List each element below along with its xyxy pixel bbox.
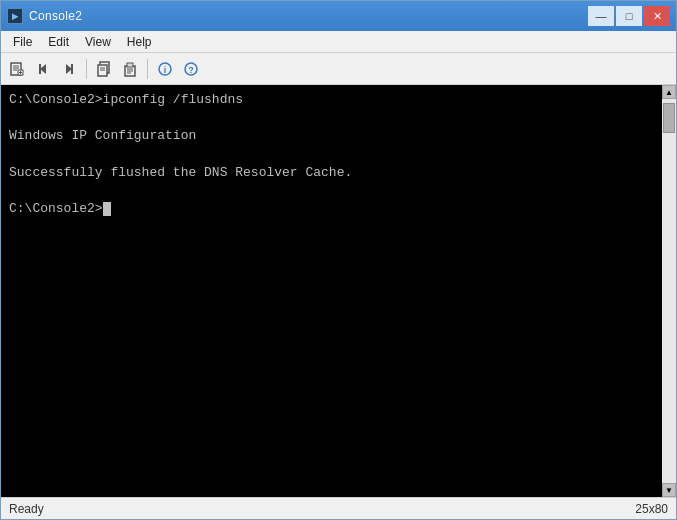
svg-rect-16 (127, 63, 133, 67)
minimize-button[interactable]: — (588, 6, 614, 26)
new-tab-button[interactable] (5, 57, 29, 81)
terminal-output[interactable]: C:\Console2>ipconfig /flushdns Windows I… (1, 85, 662, 497)
app-icon: ▶ (7, 8, 23, 24)
status-ready: Ready (9, 502, 44, 516)
terminal-prompt: C:\Console2> (9, 201, 103, 216)
window-controls: — □ ✕ (588, 6, 670, 26)
status-dimensions: 25x80 (635, 502, 668, 516)
scroll-down-arrow[interactable]: ▼ (662, 483, 676, 497)
forward-icon (61, 61, 77, 77)
menu-file[interactable]: File (5, 33, 40, 51)
svg-text:i: i (164, 65, 167, 75)
svg-text:?: ? (188, 65, 194, 75)
toolbar: i ? (1, 53, 676, 85)
toolbar-separator-2 (147, 59, 148, 79)
help-button[interactable]: ? (179, 57, 203, 81)
scroll-up-arrow[interactable]: ▲ (662, 85, 676, 99)
menu-edit[interactable]: Edit (40, 33, 77, 51)
app-icon-text: ▶ (12, 12, 18, 21)
back-icon (35, 61, 51, 77)
info-button[interactable]: i (153, 57, 177, 81)
svg-rect-8 (39, 64, 41, 74)
scrollbar-thumb[interactable] (663, 103, 675, 133)
forward-button[interactable] (57, 57, 81, 81)
paste-icon (122, 61, 138, 77)
titlebar-left: ▶ Console2 (7, 8, 82, 24)
titlebar: ▶ Console2 — □ ✕ (1, 1, 676, 31)
terminal-line-1: C:\Console2>ipconfig /flushdns (9, 92, 243, 107)
cursor (103, 202, 111, 216)
paste-button[interactable] (118, 57, 142, 81)
copy-icon (96, 61, 112, 77)
toolbar-separator-1 (86, 59, 87, 79)
close-button[interactable]: ✕ (644, 6, 670, 26)
terminal-line-3: Windows IP Configuration (9, 128, 196, 143)
info-icon: i (157, 61, 173, 77)
menubar: File Edit View Help (1, 31, 676, 53)
terminal-line-5: Successfully flushed the DNS Resolver Ca… (9, 165, 352, 180)
terminal-container[interactable]: C:\Console2>ipconfig /flushdns Windows I… (1, 85, 676, 497)
scrollbar[interactable]: ▲ ▼ (662, 85, 676, 497)
menu-view[interactable]: View (77, 33, 119, 51)
maximize-button[interactable]: □ (616, 6, 642, 26)
copy-button[interactable] (92, 57, 116, 81)
back-button[interactable] (31, 57, 55, 81)
svg-rect-10 (71, 64, 73, 74)
statusbar: Ready 25x80 (1, 497, 676, 519)
help-icon: ? (183, 61, 199, 77)
new-tab-icon (9, 61, 25, 77)
window-title: Console2 (29, 9, 82, 23)
scrollbar-track[interactable] (662, 99, 676, 483)
main-window: ▶ Console2 — □ ✕ File Edit View Help (0, 0, 677, 520)
menu-help[interactable]: Help (119, 33, 160, 51)
